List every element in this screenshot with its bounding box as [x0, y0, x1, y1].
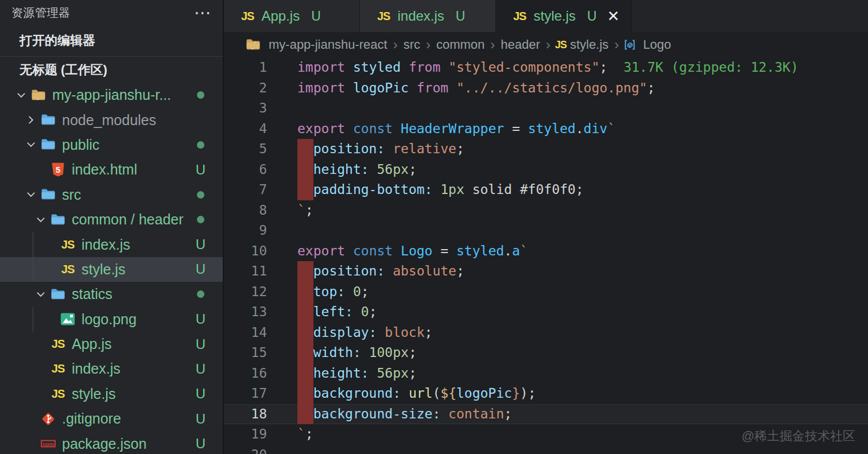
js-icon: JS	[52, 337, 64, 351]
line-content: position: relative;	[297, 139, 464, 160]
line-content: `;	[297, 200, 313, 221]
file-tree: my-app-jianshu-r...node_modulespublic5in…	[0, 83, 223, 454]
code-token: logoPic	[456, 383, 512, 404]
code-token: height:	[313, 363, 369, 384]
code-line-16[interactable]: 16height: 56px;	[224, 363, 868, 384]
tree-item-public[interactable]: public	[0, 133, 223, 157]
code-token: logoPic	[353, 78, 409, 99]
tree-item-index-html[interactable]: 5index.htmlU	[0, 157, 223, 182]
tab-index-js[interactable]: JSindex.jsU	[360, 0, 496, 32]
tree-item-logo-png[interactable]: logo.pngU	[0, 307, 223, 332]
js-icon: JS	[377, 10, 390, 22]
code-token: ;	[425, 323, 433, 343]
line-number: 17	[224, 383, 267, 404]
workspace-section[interactable]: 无标题 (工作区)	[0, 56, 223, 83]
modified-dot-icon	[197, 141, 204, 149]
indent-guide	[33, 257, 33, 282]
code-line-1[interactable]: 1import styled from "styled-components";…	[224, 57, 868, 78]
breadcrumb-item[interactable]: src	[404, 37, 420, 52]
tree-item-index-js[interactable]: JSindex.jsU	[0, 232, 223, 257]
js-icon: JS	[61, 238, 74, 251]
close-icon[interactable]: ✕	[607, 9, 619, 24]
breadcrumb-item-file[interactable]: style.js	[570, 37, 609, 52]
code-line-14[interactable]: 14display: block;	[224, 323, 868, 343]
code-token: 1px	[440, 180, 464, 200]
code-token: styled	[528, 119, 576, 139]
code-line-19[interactable]: 19`;	[224, 424, 868, 445]
code-token: absolute	[393, 261, 456, 282]
tree-item-node-modules[interactable]: node_modules	[0, 107, 223, 132]
code-token	[345, 78, 353, 99]
code-token	[345, 119, 353, 139]
code-token: padding-bottom:	[313, 180, 433, 200]
code-line-17[interactable]: 17background: url(${logoPic});	[224, 383, 868, 404]
tab-bar: JSApp.jsUJSindex.jsUJSstyle.jsU✕	[224, 0, 868, 32]
code-token	[432, 180, 440, 200]
chevron-spacer	[33, 386, 48, 401]
code-line-10[interactable]: 10export const Logo = styled.a`	[224, 241, 868, 262]
tree-item-common-header[interactable]: common / header	[0, 207, 223, 232]
tree-item-statics[interactable]: statics	[0, 282, 223, 306]
breadcrumb-separator-icon: ›	[614, 37, 619, 53]
code-line-3[interactable]: 3	[224, 98, 868, 119]
tree-item-style-js[interactable]: JSstyle.jsU	[0, 257, 223, 282]
js-icon: JS	[49, 336, 67, 352]
code-token: display:	[313, 323, 377, 343]
line-number: 16	[224, 363, 267, 384]
line-number: 6	[224, 160, 267, 180]
code-line-4[interactable]: 4export const HeaderWrapper = styled.div…	[224, 119, 868, 139]
tab-app-js[interactable]: JSApp.jsU	[224, 0, 360, 32]
code-line-15[interactable]: 15width: 100px;	[224, 343, 868, 363]
line-number: 2	[224, 78, 267, 99]
chevron-right-icon	[2, 34, 16, 48]
code-editor[interactable]: 1import styled from "styled-components";…	[224, 57, 868, 454]
tree-item-label: statics	[72, 286, 113, 302]
breadcrumb-item[interactable]: my-app-jianshu-react	[269, 37, 388, 52]
code-line-18[interactable]: 18background-size: contain;	[224, 404, 868, 425]
line-number: 4	[224, 119, 267, 139]
code-token: ;	[305, 200, 313, 221]
tree-item-label: package.json	[62, 436, 146, 452]
chevron-spacer	[43, 237, 58, 252]
tree-item-my-app-jianshu-r-[interactable]: my-app-jianshu-r...	[0, 83, 223, 107]
code-line-13[interactable]: 13left: 0;	[224, 302, 868, 323]
tab-style-js[interactable]: JSstyle.jsU✕	[496, 0, 632, 32]
breadcrumb-item[interactable]: common	[436, 37, 485, 52]
code-token: (	[432, 383, 440, 404]
git-status-badge: U	[196, 162, 206, 178]
tree-item-package-json[interactable]: npmpackage.jsonU	[0, 431, 223, 454]
line-number: 5	[224, 139, 267, 160]
code-line-11[interactable]: 11position: absolute;	[224, 261, 868, 282]
tree-item-label: logo.png	[82, 311, 137, 328]
code-token: .	[504, 241, 512, 262]
code-token: height:	[313, 160, 369, 180]
tree-item-label: .gitignore	[62, 410, 121, 427]
indent-error-highlight	[297, 261, 313, 282]
tab-label: index.js	[397, 8, 444, 24]
code-line-7[interactable]: 7padding-bottom: 1px solid #f0f0f0;	[224, 180, 868, 200]
breadcrumb-item-symbol[interactable]: Logo	[643, 37, 671, 52]
tree-item-style-js[interactable]: JSstyle.jsU	[0, 382, 223, 406]
js-icon: JS	[555, 39, 567, 51]
code-token	[409, 78, 417, 99]
tree-item-index-js[interactable]: JSindex.jsU	[0, 356, 223, 381]
code-line-2[interactable]: 2import logoPic from "../../statics/logo…	[224, 78, 868, 99]
code-line-9[interactable]: 9	[224, 220, 868, 241]
more-actions-icon[interactable]: ⋯	[194, 10, 212, 15]
tree-item--gitignore[interactable]: .gitignoreU	[0, 406, 223, 431]
indent-error-highlight	[297, 383, 313, 404]
explorer-header: 资源管理器 ⋯	[0, 0, 223, 25]
open-editors-section[interactable]: 打开的编辑器	[0, 25, 223, 56]
vscode-window: 资源管理器 ⋯ 打开的编辑器 无标题 (工作区) my-app-jianshu-…	[0, 0, 868, 454]
indent-error-highlight	[297, 180, 313, 200]
code-line-6[interactable]: 6height: 56px;	[224, 160, 868, 180]
tree-item-app-js[interactable]: JSApp.jsU	[0, 332, 223, 356]
code-line-5[interactable]: 5position: relative;	[224, 139, 868, 160]
tree-item-src[interactable]: src	[0, 183, 223, 207]
line-number: 13	[224, 302, 267, 323]
code-token: export	[297, 241, 345, 262]
breadcrumb-item[interactable]: header	[501, 37, 540, 52]
code-line-8[interactable]: 8`;	[224, 200, 868, 221]
code-line-20[interactable]: 20	[224, 445, 868, 454]
code-line-12[interactable]: 12top: 0;	[224, 282, 868, 302]
